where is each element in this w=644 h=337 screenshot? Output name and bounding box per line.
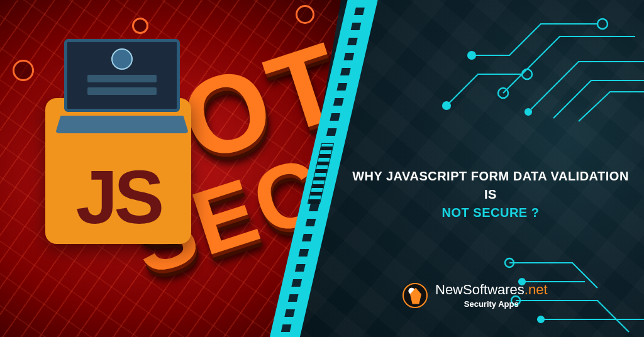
svg-point-5 [525, 109, 531, 115]
banner-root: NOT SECURE JS [0, 0, 644, 337]
brand-logo-icon [402, 283, 428, 308]
avatar-icon [111, 48, 133, 70]
brand-name: NewSoftwares.net [435, 282, 548, 298]
laptop-screen [64, 39, 180, 112]
js-label: JS [76, 153, 161, 244]
brand-block: NewSoftwares.net Security Apps [402, 282, 548, 309]
svg-point-2 [468, 52, 475, 59]
solder-pad [132, 18, 148, 34]
login-field [87, 87, 157, 95]
svg-point-1 [522, 69, 532, 79]
login-field [87, 75, 157, 82]
brand-name-suffix: .net [525, 282, 548, 297]
svg-point-0 [443, 102, 450, 109]
laptop-base [55, 116, 189, 133]
svg-point-3 [597, 19, 608, 29]
svg-point-9 [538, 316, 544, 323]
headline-emphasis: NOT SECURE ? [352, 204, 629, 222]
laptop-icon [55, 39, 189, 133]
brand-text: NewSoftwares.net Security Apps [435, 282, 548, 309]
circuit-trace-top [434, 11, 644, 124]
headline-line1: WHY JAVASCRIPT FORM DATA VALIDATION IS [352, 167, 629, 204]
brand-tagline: Security Apps [435, 299, 548, 309]
headline: WHY JAVASCRIPT FORM DATA VALIDATION IS N… [352, 167, 629, 222]
solder-pad [13, 60, 34, 81]
brand-name-main: NewSoftwares [435, 282, 525, 297]
